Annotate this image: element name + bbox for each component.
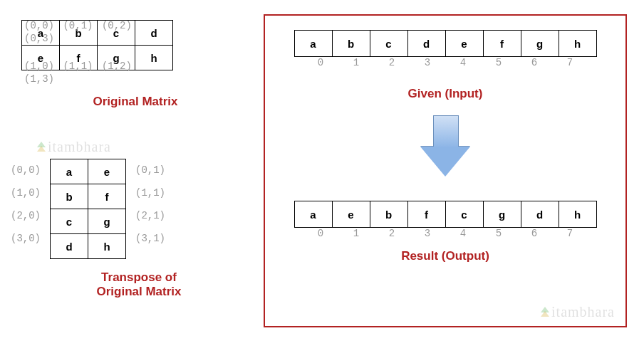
coord-label: (1,0) [11,182,41,204]
input-array-block: a b c d e f g h 0 1 2 3 4 5 6 7 Given (I… [272,30,618,101]
table-row: a e b f c g d h [294,201,596,228]
index-label: 5 [481,57,516,68]
input-caption: Given (Input) [272,87,618,101]
right-panel: a b c d e f g h 0 1 2 3 4 5 6 7 Given (I… [264,14,627,327]
coord-label: (0,0) [11,159,41,182]
index-label: 2 [374,228,410,239]
transpose-right-coords: (0,1) (1,1) (2,1) (3,1) [135,159,165,250]
coord-label: (1,3) [21,73,57,85]
coord-label: (1,0) [21,60,57,72]
coord-label: (1,1) [135,182,165,204]
matrix-cell: e [88,159,126,184]
input-index-row: 0 1 2 3 4 5 6 7 [272,57,618,68]
table-row: a e [51,159,126,184]
table-row: a b c d e f g h [294,31,596,57]
original-matrix: (0,0) (0,1) (0,2) (0,3) a b c d e f g h [21,20,173,70]
coord-label: (0,1) [60,20,95,31]
array-cell: d [521,201,559,228]
matrix-cell: f [88,184,126,209]
index-label: 5 [481,228,516,239]
index-label: 1 [338,228,374,239]
output-array-table: a e b f c g d h [294,201,597,228]
array-cell: h [559,201,596,228]
coord-label: (0,1) [135,159,165,182]
array-cell: f [483,31,521,57]
coord-label: (0,2) [99,20,135,31]
coord-label: (0,3) [21,33,57,44]
table-row: b f [51,184,126,209]
index-label: 4 [445,228,481,239]
output-array-block: a e b f c g d h 0 1 2 3 4 5 6 7 Result (… [272,201,618,263]
transpose-left-coords: (0,0) (1,0) (2,0) (3,0) [11,159,41,250]
index-label: 3 [410,228,445,239]
input-array-table: a b c d e f g h [294,30,597,57]
coord-label: (2,0) [11,204,41,227]
array-cell: a [294,31,332,57]
index-label: 7 [552,57,588,68]
original-matrix-block: (0,0) (0,1) (0,2) (0,3) a b c d e f g h [21,7,249,109]
transpose-matrix-table: a e b f c g d h [50,159,126,259]
output-index-row: 0 1 2 3 4 5 6 7 [272,228,618,239]
array-cell: g [521,31,559,57]
coord-label: (3,1) [135,227,165,250]
array-cell: a [294,201,332,228]
watermark: itambhara [539,304,615,320]
matrix-cell: a [51,159,88,184]
watermark: itambhara [36,139,111,155]
coord-label: (1,1) [60,60,95,72]
index-label: 3 [410,57,445,68]
array-cell: c [445,201,483,228]
array-cell: c [370,31,407,57]
output-caption: Result (Output) [272,249,618,263]
left-panel: (0,0) (0,1) (0,2) (0,3) a b c d e f g h [7,7,249,299]
transpose-matrix-block: (0,0) (1,0) (2,0) (3,0) a e b f c g [50,159,249,299]
index-label: 0 [303,228,338,239]
logo-icon [36,142,47,153]
matrix-cell: g [88,209,126,234]
down-arrow-icon [420,115,470,179]
index-label: 6 [516,57,552,68]
index-label: 2 [374,57,410,68]
index-label: 7 [552,228,588,239]
table-row: c g [51,209,126,234]
matrix-cell: c [51,209,88,234]
coord-label: (3,0) [11,227,41,250]
array-cell: e [445,31,483,57]
index-label: 1 [338,57,374,68]
original-matrix-caption: Original Matrix [21,95,249,109]
original-top-coords: (0,0) (0,1) (0,2) (0,3) [21,19,173,44]
table-row: d h [51,234,126,259]
matrix-cell: b [51,184,88,209]
array-cell: b [370,201,407,228]
array-cell: e [332,201,370,228]
array-cell: h [559,31,596,57]
array-cell: b [332,31,370,57]
transpose-matrix: (0,0) (1,0) (2,0) (3,0) a e b f c g [50,159,126,259]
logo-icon [539,307,551,318]
array-cell: g [483,201,521,228]
matrix-cell: d [51,234,88,259]
index-label: 6 [516,228,552,239]
coord-label: (2,1) [135,204,165,227]
index-label: 0 [303,57,338,68]
array-cell: f [407,201,445,228]
original-bottom-coords: (1,0) (1,1) (1,2) (1,3) [21,59,173,85]
coord-label: (0,0) [21,20,57,31]
coord-label: (1,2) [99,60,135,72]
index-label: 4 [445,57,481,68]
transpose-caption: Transpose of Original Matrix [28,270,249,299]
matrix-cell: h [88,234,126,259]
array-cell: d [407,31,445,57]
